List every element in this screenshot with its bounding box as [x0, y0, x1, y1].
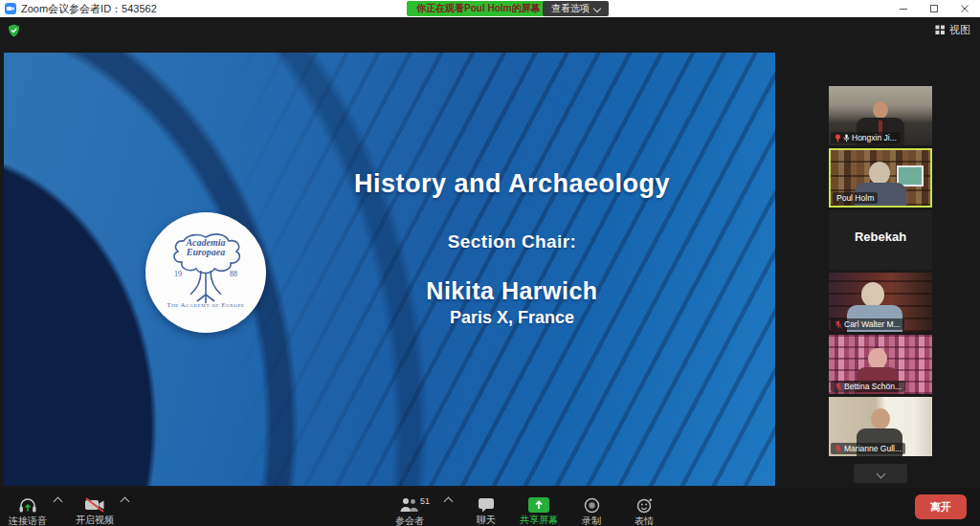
participant-tile-carl-walter[interactable]: Carl Walter M...	[829, 273, 932, 332]
participant-name: Hongxin Ji...	[852, 133, 897, 142]
participants-label: 参会者	[395, 516, 424, 526]
academia-europaea-logo: Academia Europaea 19 88 The Academy of E…	[145, 212, 266, 333]
participant-tile-marianne[interactable]: Marianne Gull...	[829, 397, 932, 456]
mic-muted-icon	[835, 320, 842, 329]
slide-background-streaks	[4, 53, 775, 486]
zoom-app-icon	[5, 3, 16, 14]
participant-name: Poul Holm	[836, 193, 874, 203]
slide-chair-affiliation: Paris X, France	[254, 308, 770, 328]
participants-count-badge: 51	[420, 496, 430, 506]
security-shield-icon[interactable]	[8, 24, 20, 41]
share-screen-label: 共享屏幕	[520, 515, 558, 525]
maximize-button[interactable]	[919, 0, 949, 17]
view-button-label: 视图	[949, 23, 970, 37]
logo-caption: The Academy of Europe	[145, 301, 266, 308]
camera-off-icon	[84, 497, 105, 513]
participant-name: Carl Walter M...	[844, 319, 901, 329]
title-bar: Zoom会议参会者ID：543562 你正在观看Poul Holm的屏幕 查看选…	[0, 0, 980, 17]
participant-tile-hongxin[interactable]: Hongxin Ji...	[829, 86, 932, 145]
grid-icon	[935, 25, 946, 35]
participant-tile-bettina[interactable]: Bettina Schön...	[829, 335, 932, 394]
leave-meeting-button[interactable]: 离开	[915, 494, 967, 519]
participant-name: Bettina Schön...	[844, 382, 902, 391]
record-label: 录制	[582, 516, 601, 526]
headset-icon	[18, 497, 37, 514]
participants-options-chevron[interactable]	[440, 490, 456, 526]
start-video-button[interactable]: 开启视频	[73, 494, 117, 526]
shared-screen-slide: Academia Europaea 19 88 The Academy of E…	[4, 53, 775, 486]
slide-chair-name: Nikita Harwich	[254, 277, 770, 305]
share-screen-icon	[528, 497, 549, 513]
participant-name: Rebekah	[829, 230, 932, 244]
participant-name: Marianne Gull...	[844, 444, 902, 453]
pin-icon	[835, 134, 841, 142]
chat-button[interactable]: 聊天	[464, 494, 508, 526]
meeting-main-area: 视图 Academia Europaea 19 88 The Academy o…	[0, 17, 980, 488]
participant-tile-poul-holm[interactable]: Poul Holm	[829, 148, 932, 208]
smiley-icon	[636, 497, 653, 514]
close-button[interactable]	[949, 0, 980, 17]
participant-tile-rebekah[interactable]: Rebekah	[829, 210, 932, 270]
mic-muted-icon	[835, 383, 842, 391]
audio-options-chevron[interactable]	[50, 490, 65, 526]
participants-strip: Hongxin Ji... Poul Holm Rebekah Carl Wal…	[829, 86, 932, 483]
zoom-window: Zoom会议参会者ID：543562 你正在观看Poul Holm的屏幕 查看选…	[0, 0, 980, 526]
window-controls	[888, 0, 980, 17]
view-options-button[interactable]: 查看选项	[543, 1, 609, 16]
video-options-chevron[interactable]	[117, 490, 132, 526]
start-video-label: 开启视频	[76, 515, 114, 525]
view-options-label: 查看选项	[551, 2, 590, 15]
mic-muted-icon	[835, 445, 842, 453]
meeting-toolbar: 连接语音 开启视频 51	[0, 488, 980, 526]
chevron-down-icon	[876, 469, 885, 478]
participants-icon	[399, 497, 420, 513]
chat-label: 聊天	[477, 515, 496, 525]
share-screen-button[interactable]: 共享屏幕	[517, 494, 561, 526]
record-button[interactable]: 录制	[569, 494, 613, 526]
chevron-down-icon	[593, 5, 601, 12]
view-layout-button[interactable]: 视图	[935, 23, 970, 37]
reactions-label: 表情	[635, 516, 654, 526]
connect-audio-label: 连接语音	[9, 516, 47, 526]
connect-audio-button[interactable]: 连接语音	[6, 494, 50, 526]
participants-button[interactable]: 51 参会者	[388, 494, 432, 526]
record-icon	[584, 497, 600, 514]
mic-icon	[843, 134, 850, 142]
slide-section-label: Section Chair:	[254, 231, 770, 252]
chat-icon	[478, 497, 495, 513]
minimize-button[interactable]	[888, 0, 919, 17]
watching-banner: 你正在观看Poul Holm的屏幕	[407, 1, 549, 16]
logo-org-name: Academia Europaea	[145, 238, 266, 257]
slide-title: History and Archaeology	[254, 169, 770, 199]
window-title: Zoom会议参会者ID：543562	[21, 2, 157, 16]
participants-scroll-down-button[interactable]	[854, 464, 907, 483]
reactions-button[interactable]: 表情	[622, 494, 666, 526]
